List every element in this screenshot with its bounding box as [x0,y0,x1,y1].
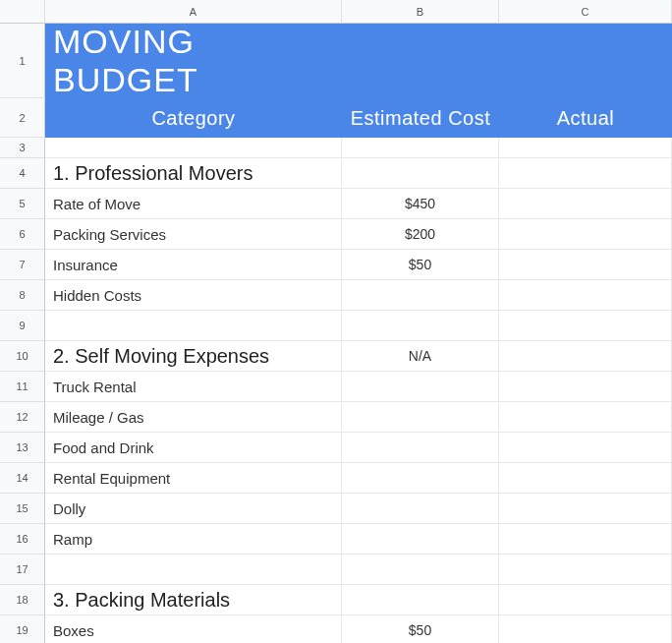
spreadsheet-grid[interactable]: A B C 1 MOVING BUDGET 2 Category Estimat… [0,0,672,643]
cell-a18[interactable]: 3. Packing Materials [45,585,342,615]
cell-b8[interactable] [342,280,499,311]
cell-b13[interactable] [342,433,499,463]
cell-a7[interactable]: Insurance [45,250,342,280]
cell-a3[interactable] [45,138,342,158]
cell-a17[interactable] [45,555,342,585]
cell-b16[interactable] [342,524,499,555]
cell-c16[interactable] [499,524,672,555]
title-cell-c[interactable] [499,24,672,98]
row-header-15[interactable]: 15 [0,494,45,524]
row-header-13[interactable]: 13 [0,433,45,463]
cell-a12[interactable]: Mileage / Gas [45,402,342,433]
cell-c11[interactable] [499,372,672,402]
cell-b7[interactable]: $50 [342,250,499,280]
cell-c5[interactable] [499,189,672,219]
cell-c8[interactable] [499,280,672,311]
row-header-7[interactable]: 7 [0,250,45,280]
cell-b15[interactable] [342,494,499,524]
cell-c13[interactable] [499,433,672,463]
cell-a19[interactable]: Boxes [45,615,342,643]
cell-b6[interactable]: $200 [342,219,499,250]
col-header-a[interactable]: A [45,0,342,24]
cell-b11[interactable] [342,372,499,402]
cell-a6[interactable]: Packing Services [45,219,342,250]
header-category[interactable]: Category [45,98,342,138]
cell-c10[interactable] [499,341,672,372]
col-header-b[interactable]: B [342,0,499,24]
row-header-5[interactable]: 5 [0,189,45,219]
cell-c12[interactable] [499,402,672,433]
cell-a11[interactable]: Truck Rental [45,372,342,402]
cell-c6[interactable] [499,219,672,250]
row-header-3[interactable]: 3 [0,138,45,158]
cell-b18[interactable] [342,585,499,615]
cell-b10[interactable]: N/A [342,341,499,372]
row-header-12[interactable]: 12 [0,402,45,433]
cell-a4[interactable]: 1. Professional Movers [45,158,342,189]
row-header-2[interactable]: 2 [0,98,45,138]
cell-b4[interactable] [342,158,499,189]
row-header-6[interactable]: 6 [0,219,45,250]
cell-b14[interactable] [342,463,499,494]
row-header-17[interactable]: 17 [0,555,45,585]
cell-b12[interactable] [342,402,499,433]
cell-b19[interactable]: $50 [342,615,499,643]
cell-a14[interactable]: Rental Equipment [45,463,342,494]
row-header-18[interactable]: 18 [0,585,45,615]
cell-a16[interactable]: Ramp [45,524,342,555]
cell-a8[interactable]: Hidden Costs [45,280,342,311]
corner-cell[interactable] [0,0,45,24]
cell-c9[interactable] [499,311,672,341]
header-actual[interactable]: Actual [499,98,672,138]
cell-a9[interactable] [45,311,342,341]
row-header-4[interactable]: 4 [0,158,45,189]
col-header-c[interactable]: C [499,0,672,24]
row-header-16[interactable]: 16 [0,524,45,555]
cell-c19[interactable] [499,615,672,643]
title-cell-b[interactable] [342,24,499,98]
cell-c4[interactable] [499,158,672,189]
cell-a5[interactable]: Rate of Move [45,189,342,219]
cell-a15[interactable]: Dolly [45,494,342,524]
row-header-8[interactable]: 8 [0,280,45,311]
cell-b9[interactable] [342,311,499,341]
cell-b17[interactable] [342,555,499,585]
row-header-19[interactable]: 19 [0,615,45,643]
row-header-14[interactable]: 14 [0,463,45,494]
cell-a13[interactable]: Food and Drink [45,433,342,463]
row-header-11[interactable]: 11 [0,372,45,402]
cell-c15[interactable] [499,494,672,524]
cell-b3[interactable] [342,138,499,158]
cell-a10[interactable]: 2. Self Moving Expenses [45,341,342,372]
title-cell[interactable]: MOVING BUDGET [45,24,342,98]
row-header-10[interactable]: 10 [0,341,45,372]
cell-c17[interactable] [499,555,672,585]
cell-c18[interactable] [499,585,672,615]
row-header-9[interactable]: 9 [0,311,45,341]
cell-c14[interactable] [499,463,672,494]
header-estimated[interactable]: Estimated Cost [342,98,499,138]
cell-c3[interactable] [499,138,672,158]
cell-b5[interactable]: $450 [342,189,499,219]
cell-c7[interactable] [499,250,672,280]
row-header-1[interactable]: 1 [0,24,45,98]
